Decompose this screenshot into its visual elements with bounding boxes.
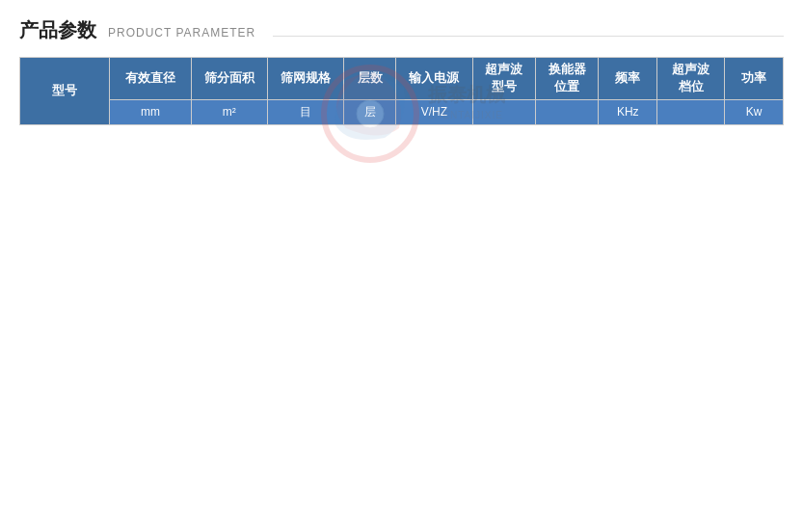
col-sub-ultra bbox=[472, 100, 535, 125]
page-title-en: PRODUCT PARAMETER bbox=[108, 26, 255, 40]
col-sub-power-in: V/HZ bbox=[396, 100, 472, 125]
col-sub-conv bbox=[535, 100, 598, 125]
col-header-diam: 有效直径 bbox=[110, 58, 191, 100]
header-row-top: 型号 有效直径 筛分面积 筛网规格 层数 输入电源 超声波型号 换能器位置 频率… bbox=[20, 58, 784, 100]
col-header-power-in: 输入电源 bbox=[396, 58, 472, 100]
col-header-layer: 层数 bbox=[344, 58, 396, 100]
col-sub-freq: KHz bbox=[599, 100, 657, 125]
col-header-area: 筛分面积 bbox=[191, 58, 267, 100]
header-divider bbox=[273, 36, 784, 37]
col-header-conv: 换能器位置 bbox=[535, 58, 598, 100]
col-sub-layer: 层 bbox=[344, 100, 396, 125]
col-header-ultra: 超声波型号 bbox=[472, 58, 535, 100]
page-title-cn: 产品参数 bbox=[19, 17, 96, 43]
col-header-model: 型号 bbox=[20, 58, 110, 125]
col-header-power: 功率 bbox=[725, 58, 784, 100]
col-sub-diam: mm bbox=[110, 100, 191, 125]
param-table: 型号 有效直径 筛分面积 筛网规格 层数 输入电源 超声波型号 换能器位置 频率… bbox=[19, 57, 784, 125]
col-header-mesh: 筛网规格 bbox=[267, 58, 343, 100]
col-header-freq: 频率 bbox=[599, 58, 657, 100]
col-sub-power: Kw bbox=[725, 100, 784, 125]
col-sub-area: m² bbox=[191, 100, 267, 125]
page-header: 产品参数 PRODUCT PARAMETER bbox=[19, 17, 784, 43]
col-sub-ultra2 bbox=[657, 100, 725, 125]
header-row-sub: mm m² 目 层 V/HZ KHz Kw bbox=[20, 100, 784, 125]
param-table-wrapper: 振泰机械 ZHENTAIJIXIE 型号 有效直径 筛分面积 筛网规格 层数 输… bbox=[19, 57, 784, 125]
col-header-ultra2: 超声波档位 bbox=[657, 58, 725, 100]
col-sub-mesh: 目 bbox=[267, 100, 343, 125]
